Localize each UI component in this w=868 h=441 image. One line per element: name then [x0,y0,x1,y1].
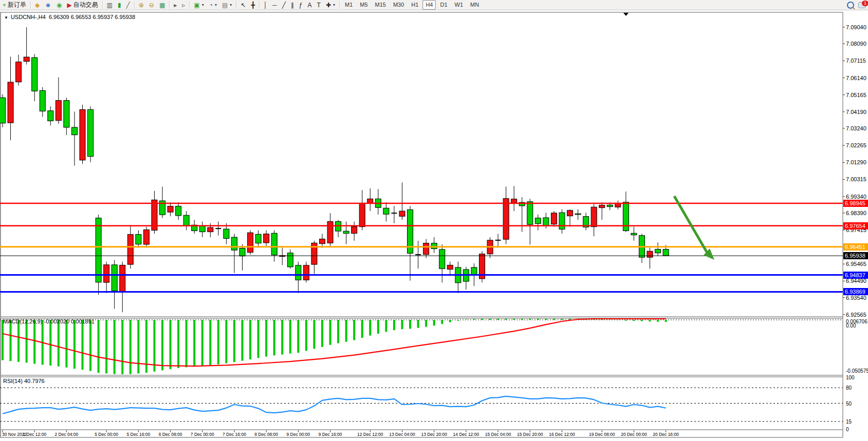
mt4-window: +新订单◆☻◉▶自动交易▥▮╱⊕⊖▦▸▹▣▾◔▾▤▾↖╋│─╱∥ƒAT✚▾M1M… [0,0,868,441]
price-axis-label: 7.08090 [846,41,866,47]
hline-button[interactable]: ─ [270,0,280,10]
bull-candle [503,199,509,240]
bull-candle [367,199,373,203]
auto-scroll-button[interactable]: ▸ [171,0,179,10]
time-axis-label: 15 Dec 20:00 [517,432,543,437]
bear-candle [231,237,237,250]
bear-candle [112,265,117,291]
price-axis-label: 7.05165 [846,92,866,98]
autotrade-button[interactable]: ▶自动交易 [64,0,100,10]
macd-axis-label: -0.050575 [846,368,868,374]
bull-candle [447,265,453,269]
trendline-button[interactable]: ╱ [280,0,288,10]
rsi-axis-label: 50 [846,400,852,406]
price-axis-label: 7.00315 [846,176,866,182]
vline-button[interactable]: │ [261,0,270,10]
time-axis-label: 9 Dec 16:00 [319,432,342,437]
bar-chart-button[interactable]: ▥ [104,0,115,10]
time-axis-label: 15 Dec 04:00 [485,432,511,437]
bull-candle [567,210,573,216]
timeframe-h4-button[interactable]: H4 [422,0,436,10]
timeframe-w1-button[interactable]: W1 [452,0,467,10]
price-axis-label: 7.03240 [846,125,866,131]
zoom-out-icon: ⊖ [149,2,154,8]
time-axis-label: 8 Dec 08:00 [254,432,278,437]
time-axis-label: 20 Dec 00:00 [621,432,647,437]
timeframe-m1-button[interactable]: M1 [342,0,356,10]
bull-candle [647,251,653,257]
toolbar-separator [189,1,190,9]
bull-candle [80,109,85,160]
timeframe-m30-button[interactable]: M30 [390,0,407,10]
bear-candle [255,234,261,243]
bear-candle [663,250,669,256]
bear-candle [224,229,229,238]
templates-button[interactable]: ▤▾ [219,0,234,10]
bear-candle [199,226,205,232]
bear-candle [88,109,94,156]
candle-chart-icon: ▮ [118,2,121,8]
price-axis-label: 7.09040 [846,24,866,30]
bear-candle [239,248,245,256]
search-icon[interactable] [847,2,854,9]
time-axis-label: 16 Dec 12:00 [549,432,575,437]
candle-chart-button[interactable]: ▮ [115,0,124,10]
rsi-indicator-label: RSI(14) 40.7976 [3,378,45,384]
timeframe-m15-button[interactable]: M15 [372,0,389,10]
bull-candle [8,82,13,123]
text-button[interactable]: A [305,0,315,10]
bull-candle [303,265,309,280]
timeframe-h1-button[interactable]: H1 [408,0,421,10]
bear-candle [271,233,277,255]
chat-icon[interactable]: 1 [858,2,866,8]
macd-indicator-label: MACD(12,26,9) -0.002020 0.001851 [3,318,95,324]
tile-windows-button[interactable]: ▦ [157,0,168,10]
toolbar-separator [102,1,103,9]
timeframe-mn-button[interactable]: MN [467,0,482,10]
chart-canvas[interactable] [0,0,868,441]
new-order-icon: + [3,2,6,8]
chevron-down-icon[interactable]: ▾ [333,3,335,7]
chevron-down-icon[interactable]: ▾ [202,3,204,7]
timeframe-d1-button[interactable]: D1 [437,0,450,10]
bear-candle [136,235,141,244]
price-axis-label: 6.94490 [846,278,866,284]
label-button[interactable]: T [315,0,323,10]
chart-shift-icon: ▹ [182,2,185,8]
bull-candle [104,265,109,282]
chevron-down-icon[interactable]: ▾ [215,3,217,7]
bear-candle [383,208,389,214]
timeframe-m5-button[interactable]: M5 [357,0,371,10]
signals-button[interactable]: ◉ [54,0,64,10]
arrows-button[interactable]: ✚▾ [323,0,338,10]
hline-icon: ─ [272,2,277,8]
fibonacci-button[interactable]: ƒ [297,0,305,10]
line-chart-button[interactable]: ╱ [124,0,133,10]
zoom-out-button[interactable]: ⊖ [146,0,157,10]
mql5-button[interactable]: ◆ [32,0,42,10]
rsi-name: RSI(14) [3,378,23,384]
macd-name: MACD(12,26,9) [3,318,42,324]
price-axis-label: 7.01290 [846,159,866,165]
community-icon: ☻ [45,2,51,8]
price-badge: 6.97654 [843,222,868,229]
zoom-in-icon: ⊕ [139,2,144,8]
chart-shift-button[interactable]: ▹ [179,0,188,10]
zoom-in-button[interactable]: ⊕ [136,0,146,10]
price-axis-label: 6.92565 [846,312,866,318]
community-button[interactable]: ☻ [42,0,54,10]
bull-candle [208,227,213,232]
price-badge: 6.95938 [843,252,868,259]
chart-dropdown-icon[interactable]: ▼ [4,15,8,20]
cursor-button[interactable]: ↖ [238,0,248,10]
chevron-down-icon[interactable]: ▾ [230,3,232,7]
toolbar-separator [134,1,135,9]
auto-scroll-icon: ▸ [174,2,177,8]
text-icon: A [308,2,312,8]
channel-button[interactable]: ∥ [288,0,297,10]
periods-button[interactable]: ◔▾ [207,0,219,10]
crosshair-button[interactable]: ╋ [248,0,257,10]
bear-candle [607,205,613,206]
indicators-button[interactable]: ▣▾ [191,0,206,10]
new-order-button[interactable]: +新订单 [0,0,29,10]
